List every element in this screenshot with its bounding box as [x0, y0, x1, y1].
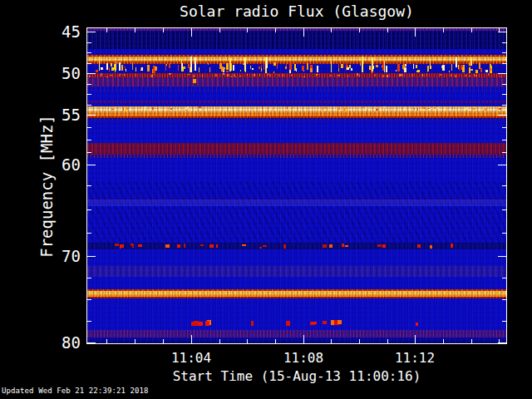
page-title: Solar radio Flux (Glasgow)	[86, 2, 507, 20]
x-tick-label: 11:12	[395, 350, 435, 366]
plot-frame	[86, 27, 507, 344]
x-axis-title: Start Time (15-Aug-13 11:00:16)	[86, 368, 507, 384]
x-tick-label: 11:08	[283, 350, 323, 366]
y-tick-label: 45	[0, 22, 81, 41]
updated-timestamp: Updated Wed Feb 21 22:39:21 2018	[2, 387, 149, 395]
y-tick-label: 50	[0, 64, 81, 82]
x-tick-label: 11:04	[171, 350, 211, 366]
y-axis-title: Frequency [MHz]	[37, 115, 56, 258]
spectrogram-page: Solar radio Flux (Glasgow) 455055607080 …	[0, 0, 532, 399]
y-tick-label: 80	[0, 333, 81, 352]
